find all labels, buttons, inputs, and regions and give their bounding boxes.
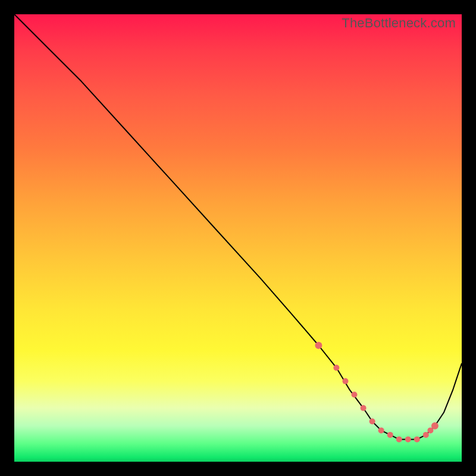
marker-dot xyxy=(369,418,375,424)
chart-stage: TheBottleneck.com xyxy=(0,0,476,476)
marker-dot xyxy=(352,392,358,397)
marker-dot xyxy=(361,405,367,411)
highlight-markers xyxy=(315,342,439,443)
marker-dot xyxy=(343,378,349,384)
marker-dot xyxy=(423,432,429,438)
marker-dot xyxy=(315,342,322,349)
marker-dot xyxy=(396,436,402,442)
chart-overlay xyxy=(14,14,462,462)
marker-dot xyxy=(333,365,339,371)
marker-dot xyxy=(431,422,439,430)
marker-dot xyxy=(414,436,420,442)
chart-plot-area: TheBottleneck.com xyxy=(14,14,462,462)
marker-dot xyxy=(405,436,411,442)
marker-dot xyxy=(378,427,384,433)
bottleneck-curve xyxy=(14,14,462,439)
marker-dot xyxy=(387,432,393,438)
